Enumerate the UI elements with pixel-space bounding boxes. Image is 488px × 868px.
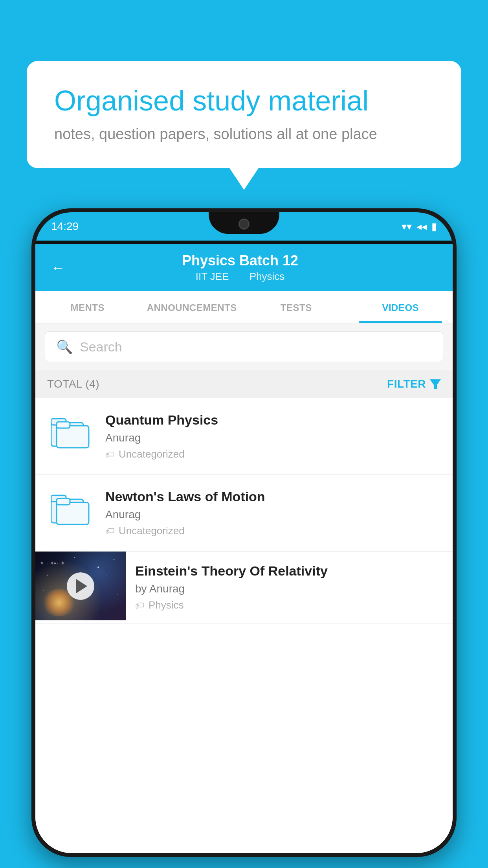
svg-point-11 [97,566,99,568]
tabs-bar: MENTS ANNOUNCEMENTS TESTS VIDEOS [35,291,453,324]
video-author-newton: Anurag [105,508,441,521]
phone-screen: 14:29 ▾▾ ◂◂ ▮ ← Physics Batch 12 IIT JEE… [35,212,453,853]
svg-point-12 [114,559,115,560]
svg-point-13 [106,575,106,576]
video-title-quantum: Quantum Physics [105,412,441,428]
status-time: 14:29 [51,220,79,233]
tab-announcements[interactable]: ANNOUNCEMENTS [140,291,244,323]
filter-bar: TOTAL (4) FILTER [35,370,453,398]
speech-bubble-title: Organised study material [54,85,434,117]
svg-point-18 [43,590,44,591]
video-thumb-newton [47,489,94,528]
filter-icon [430,379,441,389]
tag-icon-newton: 🏷 [105,526,115,537]
play-button-einstein[interactable] [67,572,94,600]
svg-rect-7 [57,502,89,524]
phone-notch [209,212,279,234]
video-item-quantum[interactable]: Quantum Physics Anurag 🏷 Uncategorized [35,398,453,475]
video-tag-quantum: 🏷 Uncategorized [105,448,441,460]
app-header: ← Physics Batch 12 IIT JEE Physics [35,244,453,291]
einstein-title: Einstein's Theory Of Relativity [135,563,443,579]
video-info-newton: Newton's Laws of Motion Anurag 🏷 Uncateg… [105,489,441,537]
back-button[interactable]: ← [51,259,65,276]
wifi-icon: ▾▾ [402,221,412,233]
search-icon: 🔍 [56,339,73,355]
tab-tests[interactable]: TESTS [244,291,349,323]
video-author-quantum: Anurag [105,432,441,444]
header-subtitle: IIT JEE Physics [73,270,407,283]
einstein-thumbnail [35,552,126,620]
video-item-einstein[interactable]: Einstein's Theory Of Relativity by Anura… [35,552,453,623]
header-tag-physics: Physics [250,270,285,282]
phone-frame: 14:29 ▾▾ ◂◂ ▮ ← Physics Batch 12 IIT JEE… [31,208,457,857]
einstein-author: by Anurag [135,583,443,595]
signal-icon: ◂◂ [416,221,427,233]
video-tag-newton: 🏷 Uncategorized [105,525,441,537]
search-placeholder: Search [80,339,122,355]
video-info-quantum: Quantum Physics Anurag 🏷 Uncategorized [105,412,441,460]
folder-icon-newton [51,492,90,526]
battery-icon: ▮ [431,221,437,233]
tab-videos[interactable]: VIDEOS [349,291,453,323]
header-tag-iit: IIT JEE [196,270,229,282]
svg-marker-0 [430,379,441,389]
search-box[interactable]: 🔍 Search [45,331,443,362]
speech-bubble: Organised study material notes, question… [27,61,461,168]
speech-bubble-container: Organised study material notes, question… [27,61,461,168]
filter-button[interactable]: FILTER [387,378,441,390]
svg-rect-4 [57,422,70,428]
tab-ments[interactable]: MENTS [35,291,140,323]
video-list: Quantum Physics Anurag 🏷 Uncategorized [35,398,453,853]
front-camera [238,219,250,230]
search-container: 🔍 Search [35,324,453,370]
play-triangle-icon [76,579,87,593]
video-item-newton[interactable]: Newton's Laws of Motion Anurag 🏷 Uncateg… [35,475,453,552]
folder-icon-quantum [51,416,90,449]
total-count: TOTAL (4) [47,378,99,390]
svg-point-14 [47,575,48,576]
svg-rect-3 [57,426,89,448]
header-title: Physics Batch 12 [73,252,407,269]
svg-point-10 [74,557,75,558]
video-thumb-quantum [47,412,94,452]
screen-content: ← Physics Batch 12 IIT JEE Physics MENTS [35,244,453,853]
tag-icon-einstein: 🏷 [135,600,145,611]
tag-icon-quantum: 🏷 [105,449,115,460]
svg-point-17 [117,594,118,595]
einstein-tag: 🏷 Physics [135,599,443,611]
svg-point-9 [54,563,56,564]
video-title-newton: Newton's Laws of Motion [105,489,441,504]
svg-rect-8 [57,498,70,505]
status-icons: ▾▾ ◂◂ ▮ [402,221,437,233]
einstein-info: Einstein's Theory Of Relativity by Anura… [126,552,453,623]
speech-bubble-subtitle: notes, question papers, solutions all at… [54,126,434,143]
header-title-block: Physics Batch 12 IIT JEE Physics [73,252,407,283]
